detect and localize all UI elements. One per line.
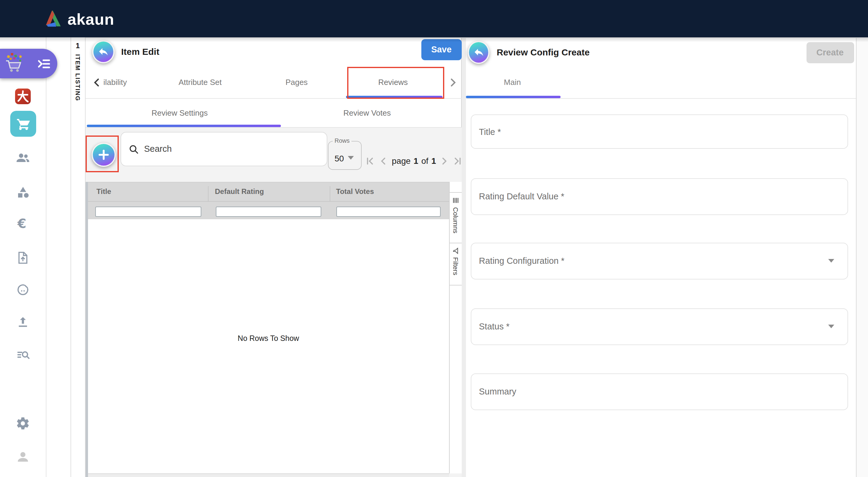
grid-side-tab-columns[interactable]: Columns [450,193,462,243]
field-summary[interactable]: Summary [470,373,848,410]
field-status[interactable]: Status * [470,308,848,345]
back-arrow-icon [473,46,484,58]
item-edit-title: Item Edit [121,46,159,57]
grid-header-row: Title Default Rating Total Votes [88,181,449,201]
empty-rows-message: No Rows To Show [88,334,449,343]
workspace-tab-label: ITEM LISTING [74,54,81,101]
gear-icon[interactable] [16,416,30,431]
field-rating-configuration[interactable]: Rating Configuration * [470,243,848,279]
field-title[interactable]: Title * [470,114,848,149]
tab-main[interactable]: Main [482,77,542,88]
tabs-scroll-right-button[interactable] [447,77,458,90]
next-page-icon[interactable] [440,156,450,165]
column-header-default-rating[interactable]: Default Rating [215,187,264,196]
right-tabs-divider [466,98,856,99]
save-button[interactable]: Save [421,39,461,60]
create-button-disabled[interactable]: Create [806,42,854,63]
review-config-back-button[interactable] [468,41,490,64]
app-root: akaun € [0,0,868,477]
rows-per-page-select[interactable]: Rows 50 [328,141,362,170]
shopping-cart-icon [16,116,31,132]
menu-open-icon [36,56,52,72]
upload-icon[interactable] [16,315,30,330]
page-indicator: page 1 of 1 [392,156,436,166]
grid-left-scrollbar[interactable] [86,181,88,477]
review-config-title: Review Config Create [497,47,590,57]
workspace-tab-count: 1 [71,41,85,50]
filter-input-total-votes[interactable] [336,206,441,217]
prev-page-icon[interactable] [378,156,388,165]
rows-value: 50 [335,153,344,163]
people-icon[interactable] [16,150,30,165]
subtab-review-settings[interactable]: Review Settings [137,108,222,118]
search-input[interactable] [143,143,296,154]
main-tab-underline [466,96,561,98]
filter-funnel-icon [452,247,460,254]
columns-icon [452,196,459,204]
module-launcher-pill[interactable] [0,49,57,78]
tabs-divider [85,98,462,99]
grid-horizontal-scrollbar[interactable] [88,473,449,477]
chevron-down-icon [828,325,834,329]
brand-wordmark: akaun [67,10,114,29]
tab-reviews[interactable]: Reviews [363,77,423,88]
plus-icon [97,148,110,161]
active-tab-underline [346,96,442,98]
filter-input-default-rating[interactable] [216,206,321,217]
person-icon[interactable] [16,449,30,464]
shapes-icon[interactable] [16,185,30,199]
chinese-character-app-icon[interactable] [15,89,31,104]
tab-attribute-set[interactable]: Attribute Set [170,77,230,88]
current-page-number: 1 [413,156,418,166]
workspace-tab-item-listing[interactable]: 1 ITEM LISTING [70,37,85,477]
timer-icon[interactable] [16,282,30,297]
file-upload-icon[interactable] [16,250,30,265]
search-icon [128,144,138,154]
column-header-title[interactable]: Title [96,187,111,196]
chevron-down-icon [348,156,354,159]
item-edit-back-button[interactable] [92,40,114,63]
chevron-right-icon [447,77,458,88]
cart-collage-icon [3,52,27,76]
search-box [121,132,327,166]
chevron-down-icon [828,259,834,263]
last-page-icon[interactable] [454,156,463,165]
grid-body: No Rows To Show [88,219,449,473]
pagination: page 1 of 1 [365,152,463,169]
grid-side-tab-filters[interactable]: Filters [450,243,462,285]
rows-label: Rows [333,137,351,144]
back-arrow-icon [97,46,109,57]
subtab-review-votes[interactable]: Review Votes [325,108,409,118]
tab-availability-clipped[interactable]: ilability [89,77,141,88]
euro-icon[interactable]: € [16,216,30,231]
column-header-total-votes[interactable]: Total Votes [336,187,374,196]
sidebar-border [46,37,46,477]
first-page-icon[interactable] [365,156,374,165]
top-navbar: akaun [0,0,868,37]
total-pages-number: 1 [431,156,436,166]
tab-pages[interactable]: Pages [273,77,321,88]
field-rating-default-value[interactable]: Rating Default Value * [470,178,848,215]
add-review-config-button[interactable] [92,143,116,167]
shopping-cart-module-button[interactable] [10,111,36,137]
grid-side-toolbar: Columns Filters [449,181,462,473]
filter-input-title[interactable] [95,206,201,217]
search-list-icon[interactable] [16,348,30,363]
active-subtab-underline [87,125,281,127]
svg-text:€: € [17,216,26,231]
grid-filter-row [88,201,449,219]
brand-triangle-icon [43,8,64,29]
